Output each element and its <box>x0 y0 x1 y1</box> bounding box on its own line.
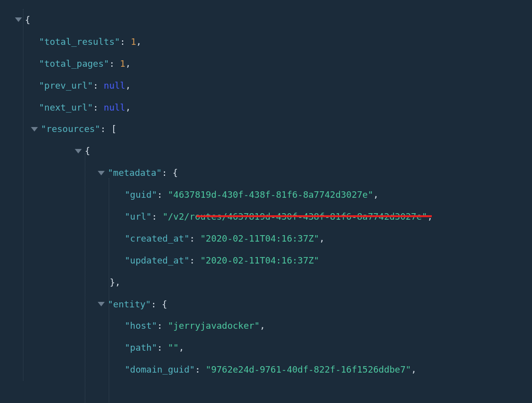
json-value-string: "2020-02-11T04:16:37Z" <box>200 254 319 268</box>
json-pair-domain-guid[interactable]: "domain_guid": "9762e24d-9761-40df-822f-… <box>6 359 526 381</box>
json-key: "total_pages" <box>39 57 109 71</box>
json-key: "domain_guid" <box>125 363 195 377</box>
json-key: "created_at" <box>125 232 189 246</box>
chevron-down-icon[interactable] <box>15 17 22 22</box>
chevron-down-icon[interactable] <box>75 149 82 153</box>
json-pair-path[interactable]: "path": "", <box>6 337 526 359</box>
chevron-down-icon[interactable] <box>98 302 105 306</box>
json-viewer: { "total_results": 1, "total_pages": 1, … <box>6 9 526 381</box>
json-key: "resources" <box>41 122 100 136</box>
bracket-open: [ <box>111 122 117 136</box>
json-pair-resources[interactable]: "resources": [ <box>6 118 526 140</box>
json-value-null: null <box>104 79 125 93</box>
json-key: "total_results" <box>39 35 120 49</box>
colon: : <box>189 232 200 246</box>
chevron-down-icon[interactable] <box>98 171 105 175</box>
json-array-item-open[interactable]: { <box>6 140 526 162</box>
brace-open: { <box>25 13 30 27</box>
comma: , <box>260 319 265 333</box>
json-pair-guid[interactable]: "guid": "4637819d-430f-438f-81f6-8a7742d… <box>6 184 526 206</box>
json-pair-prev-url[interactable]: "prev_url": null, <box>6 75 526 97</box>
chevron-down-icon[interactable] <box>31 127 38 132</box>
comma: , <box>373 188 379 202</box>
json-pair-entity[interactable]: "entity": { <box>6 293 526 315</box>
colon: : <box>162 166 173 180</box>
json-key: "updated_at" <box>125 254 189 268</box>
json-pair-updated-at[interactable]: "updated_at": "2020-02-11T04:16:37Z" <box>6 250 526 271</box>
json-pair-next-url[interactable]: "next_url": null, <box>6 97 526 119</box>
colon: : <box>151 297 162 311</box>
colon: : <box>93 101 104 115</box>
json-key: "entity" <box>108 297 151 311</box>
json-key: "prev_url" <box>39 79 93 93</box>
colon: : <box>157 188 168 202</box>
json-value-string: "" <box>168 341 179 355</box>
json-key: "path" <box>125 341 157 355</box>
colon: : <box>195 363 206 377</box>
highlight-underline <box>196 215 432 217</box>
json-pair-total-results[interactable]: "total_results": 1, <box>6 31 526 53</box>
json-key: "host" <box>125 319 157 333</box>
colon: : <box>189 254 200 268</box>
json-value-string: "jerryjavadocker" <box>168 319 260 333</box>
comma: , <box>319 232 325 246</box>
json-value-string: "2020-02-11T04:16:37Z" <box>200 232 319 246</box>
brace-close: } <box>110 275 115 289</box>
json-key: "guid" <box>125 188 157 202</box>
comma: , <box>125 57 131 71</box>
brace-open: { <box>85 144 90 158</box>
json-pair-created-at[interactable]: "created_at": "2020-02-11T04:16:37Z", <box>6 228 526 250</box>
colon: : <box>109 57 120 71</box>
json-pair-metadata[interactable]: "metadata": { <box>6 162 526 184</box>
json-root-open[interactable]: { <box>6 9 526 31</box>
comma: , <box>178 341 184 355</box>
json-pair-total-pages[interactable]: "total_pages": 1, <box>6 53 526 75</box>
json-value-number: 1 <box>120 57 126 71</box>
json-key: "metadata" <box>108 166 162 180</box>
json-value-number: 1 <box>131 35 136 49</box>
brace-open: { <box>162 297 167 311</box>
comma: , <box>136 35 142 49</box>
colon: : <box>93 79 104 93</box>
json-key: "next_url" <box>39 101 93 115</box>
comma: , <box>125 101 131 115</box>
json-value-string: "4637819d-430f-438f-81f6-8a7742d3027e" <box>168 188 373 202</box>
json-metadata-close: }, <box>6 271 526 293</box>
json-key: "url" <box>125 210 152 224</box>
colon: : <box>120 35 131 49</box>
comma: , <box>125 79 131 93</box>
brace-open: { <box>173 166 178 180</box>
colon: : <box>152 210 163 224</box>
colon: : <box>157 341 168 355</box>
json-pair-host[interactable]: "host": "jerryjavadocker", <box>6 315 526 337</box>
colon: : <box>100 122 111 136</box>
json-value-null: null <box>104 101 125 115</box>
comma: , <box>115 275 121 289</box>
colon: : <box>157 319 168 333</box>
comma: , <box>411 363 416 377</box>
json-value-string: "9762e24d-9761-40df-822f-16f1526ddbe7" <box>206 363 411 377</box>
